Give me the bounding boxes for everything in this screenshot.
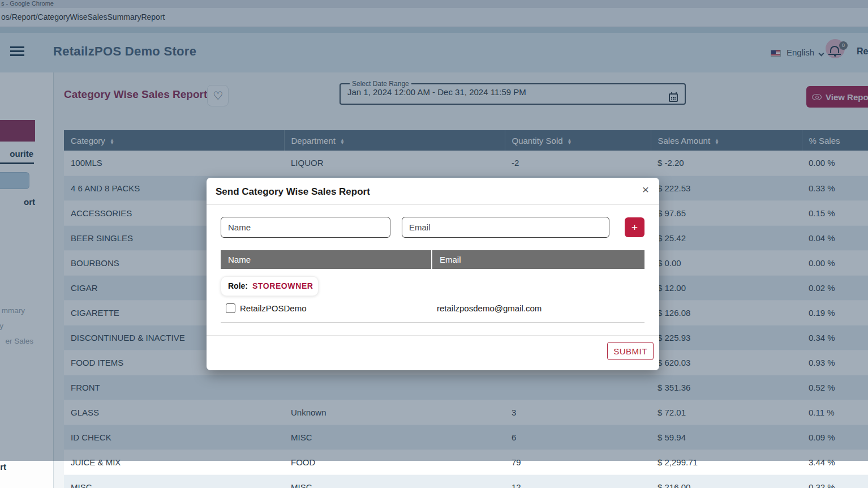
modal-title: Send Category Wise Sales Report [216, 186, 370, 198]
table-row: MISCMISC12$ 216.000.32 % [64, 474, 868, 488]
grid-email-header: Email [432, 250, 644, 269]
user-checkbox[interactable] [226, 303, 235, 313]
table-cell: 12 [505, 474, 651, 488]
table-cell: $ 216.00 [651, 474, 802, 488]
modal-divider [207, 204, 659, 205]
grid-name-header: Name [221, 250, 431, 269]
recipient-name-input[interactable] [221, 217, 390, 238]
table-cell: 0.32 % [802, 474, 868, 488]
sidebar-item-fragment[interactable]: rt [0, 462, 6, 472]
recipient-email-input[interactable] [402, 217, 609, 238]
submit-button[interactable]: SUBMIT [607, 342, 654, 360]
table-cell: MISC [64, 474, 284, 488]
user-email: retailzposdemo@gmail.com [437, 303, 542, 313]
row-divider [221, 322, 644, 323]
table-cell: MISC [284, 474, 505, 488]
role-chip: Role: STOREOWNER [221, 276, 319, 296]
recipient-grid-header: Name Email [221, 250, 644, 269]
close-icon[interactable]: × [642, 183, 649, 196]
send-report-modal: Send Category Wise Sales Report × + Name… [207, 178, 659, 370]
role-value: STOREOWNER [252, 281, 313, 290]
modal-divider [207, 335, 659, 336]
user-name: RetailzPOSDemo [240, 303, 307, 313]
add-recipient-button[interactable]: + [625, 217, 644, 237]
